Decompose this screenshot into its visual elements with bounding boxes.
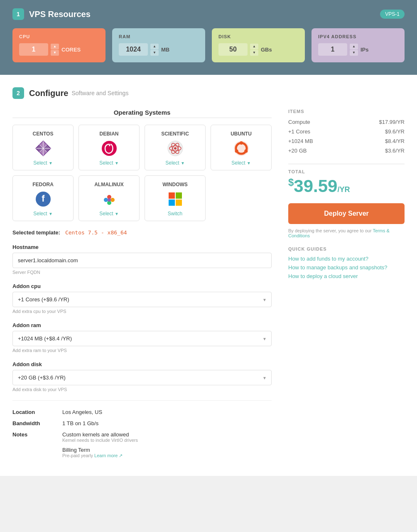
ram-stepper[interactable]: ▲ ▼: [150, 44, 159, 56]
addon-disk-hint: Add extra disk to your VPS: [12, 387, 272, 392]
disk-label: DISK: [218, 34, 298, 39]
total-price: $39.59/YR: [288, 177, 405, 195]
addon-disk-select[interactable]: +20 GB (+$3.6 /YR): [12, 370, 272, 385]
addon-ram-select[interactable]: +1024 MB (+$8.4 /YR): [12, 331, 272, 346]
os-card-empty: [211, 175, 272, 221]
location-label: Location: [12, 409, 62, 415]
svg-point-14: [174, 147, 177, 150]
addon-cpu-select[interactable]: +1 Cores (+$9.6 /YR): [12, 292, 272, 307]
step-2-badge: 2: [12, 87, 24, 99]
cpu-input[interactable]: [19, 43, 48, 56]
centos-name: CENTOS: [16, 131, 70, 137]
windows-name: WINDOWS: [148, 182, 202, 187]
os-card-fedora[interactable]: FEDORA f Select ▼: [12, 175, 74, 221]
disk-input[interactable]: [218, 43, 248, 56]
svg-point-19: [235, 150, 238, 153]
hostname-row: Hostname Server FQDN: [12, 244, 272, 275]
addon-ram-row: Addon ram +1024 MB (+$8.4 /YR) ▼ Add ext…: [12, 322, 272, 353]
ubuntu-select[interactable]: Select ▼: [214, 160, 268, 166]
bandwidth-row: Bandwidth 1 TB on 1 Gb/s: [12, 420, 272, 426]
fedora-select[interactable]: Select ▼: [16, 211, 70, 217]
item-ram-name: +1024 MB: [288, 138, 313, 144]
section1-title: VPS Resources: [29, 10, 91, 19]
ipv4-stepper[interactable]: ▲ ▼: [350, 44, 358, 56]
almalinux-icon: [82, 191, 136, 207]
item-cores-name: +1 Cores: [288, 128, 310, 135]
ipv4-card: IPV4 ADDRESS ▲ ▼ IPs: [312, 28, 405, 62]
total-section: TOTAL $39.59/YR: [288, 169, 405, 195]
os-grid-row2: FEDORA f Select ▼ ALMALINUX: [12, 175, 272, 221]
notes-subtext: Kernel needs to include VirtIO drivers: [62, 438, 138, 443]
bandwidth-value: 1 TB on 1 Gb/s: [62, 420, 98, 426]
step-1-badge: 1: [12, 8, 24, 20]
scientific-select[interactable]: Select ▼: [148, 160, 202, 166]
cpu-up-button[interactable]: ▲: [51, 44, 59, 49]
item-ram-price: $8.4/YR: [385, 138, 405, 144]
ram-down-button[interactable]: ▼: [150, 50, 159, 56]
disk-up-button[interactable]: ▲: [250, 44, 258, 49]
items-section: ITEMS Compute $17.99/YR +1 Cores $9.6/YR…: [288, 109, 405, 154]
ipv4-up-button[interactable]: ▲: [350, 44, 358, 49]
item-compute-price: $17.99/YR: [379, 119, 405, 125]
learn-more-link[interactable]: Learn more ↗: [94, 453, 123, 458]
guide-deploy-link[interactable]: How to deploy a cloud server: [288, 273, 405, 279]
deploy-server-button[interactable]: Deploy Server: [288, 203, 405, 224]
almalinux-name: ALMALINUX: [82, 182, 136, 187]
items-title: ITEMS: [288, 109, 405, 114]
debian-select[interactable]: Select ▼: [82, 160, 136, 166]
os-card-almalinux[interactable]: ALMALINUX Select ▼: [78, 175, 140, 221]
ipv4-down-button[interactable]: ▼: [350, 50, 358, 56]
ipv4-label: IPV4 ADDRESS: [318, 34, 398, 39]
svg-rect-30: [176, 200, 182, 206]
section2-subtitle: Software and Settings: [71, 90, 128, 96]
bandwidth-label: Bandwidth: [12, 420, 62, 426]
svg-point-26: [108, 198, 111, 202]
os-card-debian[interactable]: DEBIAN Select ▼: [78, 125, 140, 170]
guide-funds-link[interactable]: How to add funds to my account?: [288, 256, 405, 262]
billing-value: Pre-paid yearly Learn more ↗: [62, 453, 138, 458]
notes-label: Notes: [12, 431, 62, 438]
os-card-windows[interactable]: WINDOWS Switch: [145, 175, 206, 221]
resource-cards: CPU ▲ ▼ CORES RAM ▲ ▼ MB: [12, 28, 405, 62]
debian-name: DEBIAN: [82, 131, 136, 137]
centos-select[interactable]: Select ▼: [16, 160, 70, 166]
ipv4-unit: IPs: [361, 47, 369, 53]
guide-backups-link[interactable]: How to manage backups and snapshots?: [288, 264, 405, 271]
ram-input[interactable]: [119, 43, 148, 56]
ram-card: RAM ▲ ▼ MB: [112, 28, 205, 62]
hostname-input[interactable]: [12, 253, 272, 268]
windows-switch[interactable]: Switch: [148, 211, 202, 217]
cpu-stepper[interactable]: ▲ ▼: [51, 44, 59, 56]
ubuntu-name: UBUNTU: [214, 131, 268, 137]
sidebar-panel: ITEMS Compute $17.99/YR +1 Cores $9.6/YR…: [288, 109, 405, 463]
selected-template-value: Centos 7.5 - x86_64: [65, 229, 127, 236]
billing-label: Billing Term: [62, 447, 138, 453]
os-card-centos[interactable]: CENTOS: [12, 125, 74, 170]
addon-disk-label: Addon disk: [12, 361, 272, 367]
cpu-down-button[interactable]: ▼: [51, 50, 59, 56]
quick-guides-title: QUICK GUIDES: [288, 246, 405, 251]
disk-card: DISK ▲ ▼ GBs: [212, 28, 305, 62]
disk-down-button[interactable]: ▼: [250, 50, 258, 56]
disk-stepper[interactable]: ▲ ▼: [250, 44, 258, 56]
svg-point-23: [110, 198, 115, 202]
ipv4-input[interactable]: [318, 43, 347, 56]
ubuntu-icon: [214, 140, 268, 157]
selected-template-row: Selected template: Centos 7.5 - x86_64: [12, 229, 272, 236]
location-row: Location Los Angeles, US: [12, 409, 272, 415]
os-card-ubuntu[interactable]: UBUNTU Select ▼: [211, 125, 272, 170]
disk-unit: GBs: [261, 47, 272, 53]
vps-badge: VPS-1: [380, 10, 405, 19]
ram-unit: MB: [161, 47, 169, 53]
addon-cpu-hint: Add extra cpu to your VPS: [12, 309, 272, 314]
fedora-icon: f: [16, 191, 70, 207]
almalinux-select[interactable]: Select ▼: [82, 211, 136, 217]
item-ram: +1024 MB $8.4/YR: [288, 138, 405, 144]
item-cores: +1 Cores $9.6/YR: [288, 128, 405, 135]
svg-rect-28: [176, 192, 182, 199]
ram-up-button[interactable]: ▲: [150, 44, 159, 49]
os-card-scientific[interactable]: SCIENTIFIC Select ▼: [145, 125, 206, 170]
svg-text:f: f: [42, 193, 45, 204]
cpu-card: CPU ▲ ▼ CORES: [12, 28, 105, 62]
item-compute: Compute $17.99/YR: [288, 119, 405, 125]
